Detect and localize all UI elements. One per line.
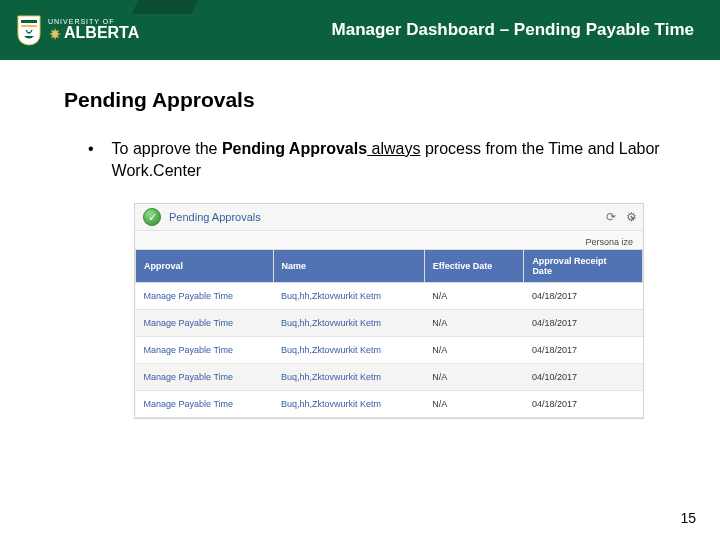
svg-rect-0 [21,20,37,23]
shield-icon [16,14,42,46]
heading: Pending Approvals [64,88,664,112]
cell-approval: Manage Payable Time [136,337,274,364]
panel-header: ✓ Pending Approvals ⟳ ⚙▾ [135,204,643,231]
table-row[interactable]: Manage Payable TimeBuq,hh,Zktovwurkit Ke… [136,283,643,310]
table-row[interactable]: Manage Payable TimeBuq,hh,Zktovwurkit Ke… [136,310,643,337]
col-receipt[interactable]: Approval Receipt Date [524,250,643,283]
header-decoration [132,0,199,14]
page-number: 15 [680,510,696,526]
logo-text-bottom: ALBERTA [48,25,139,42]
slide-content: Pending Approvals • To approve the Pendi… [0,60,720,419]
slide-title: Manager Dashboard – Pending Payable Time [328,14,698,46]
cell-effective: N/A [424,310,524,337]
cell-effective: N/A [424,364,524,391]
svg-rect-1 [21,25,37,27]
approvals-table: Approval Name Effective Date Approval Re… [135,249,643,418]
panel-title: Pending Approvals [169,211,261,223]
cell-receipt: 04/18/2017 [524,391,643,418]
bullet-text: To approve the Pending Approvals always … [112,138,664,181]
col-approval[interactable]: Approval [136,250,274,283]
col-name[interactable]: Name [273,250,424,283]
cell-effective: N/A [424,391,524,418]
cell-approval: Manage Payable Time [136,310,274,337]
personalize-link[interactable]: Persona ize [135,231,643,249]
table-row[interactable]: Manage Payable TimeBuq,hh,Zktovwurkit Ke… [136,364,643,391]
bullet-marker: • [88,138,94,181]
cell-name: Buq,hh,Zktovwurkit Ketm [273,283,424,310]
cell-effective: N/A [424,283,524,310]
cell-approval: Manage Payable Time [136,283,274,310]
cell-receipt: 04/18/2017 [524,310,643,337]
cell-receipt: 04/18/2017 [524,283,643,310]
slide-header: UNIVERSITY OF ALBERTA Manager Dashboard … [0,0,720,60]
cell-name: Buq,hh,Zktovwurkit Ketm [273,337,424,364]
check-circle-icon: ✓ [143,208,161,226]
chevron-down-icon: ▾ [631,214,635,223]
cell-approval: Manage Payable Time [136,364,274,391]
settings-menu[interactable]: ⚙▾ [626,210,635,224]
maple-leaf-icon [48,27,62,41]
cell-name: Buq,hh,Zktovwurkit Ketm [273,310,424,337]
cell-name: Buq,hh,Zktovwurkit Ketm [273,391,424,418]
pending-approvals-panel: ✓ Pending Approvals ⟳ ⚙▾ Persona ize App… [134,203,644,419]
cell-name: Buq,hh,Zktovwurkit Ketm [273,364,424,391]
table-row[interactable]: Manage Payable TimeBuq,hh,Zktovwurkit Ke… [136,391,643,418]
col-effective[interactable]: Effective Date [424,250,524,283]
university-logo: UNIVERSITY OF ALBERTA [16,14,139,46]
cell-effective: N/A [424,337,524,364]
cell-approval: Manage Payable Time [136,391,274,418]
cell-receipt: 04/18/2017 [524,337,643,364]
cell-receipt: 04/10/2017 [524,364,643,391]
table-row[interactable]: Manage Payable TimeBuq,hh,Zktovwurkit Ke… [136,337,643,364]
refresh-icon[interactable]: ⟳ [606,210,616,224]
bullet-item: • To approve the Pending Approvals alway… [64,138,664,181]
